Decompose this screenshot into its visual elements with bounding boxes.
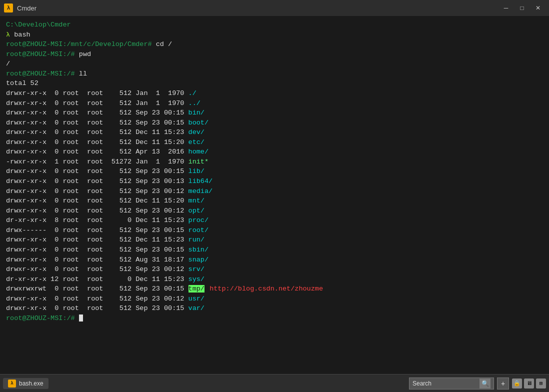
app-icon: λ bbox=[4, 4, 13, 12]
taskbar-app-item[interactable]: λ bash.exe bbox=[3, 378, 48, 389]
ls-row-home: drwxr-xr-x 0 root root 512 Apr 13 2016 h… bbox=[6, 147, 543, 157]
ls-row-opt: drwxr-xr-x 0 root root 512 Sep 23 00:12 … bbox=[6, 206, 543, 216]
ls-row-proc: dr-xr-xr-x 8 root root 0 Dec 11 15:23 pr… bbox=[6, 216, 543, 226]
taskbar-app-icon: λ bbox=[8, 380, 16, 388]
ls-row-usr: drwxr-xr-x 0 root root 512 Sep 23 00:12 … bbox=[6, 294, 543, 304]
ls-row-var: drwxr-xr-x 0 root root 512 Sep 23 00:15 … bbox=[6, 304, 543, 314]
titlebar-left: λ Cmder bbox=[4, 4, 36, 12]
total-line: total 52 bbox=[6, 78, 543, 88]
titlebar: λ Cmder ─ □ ✕ bbox=[0, 0, 549, 16]
pwd-output: / bbox=[6, 59, 543, 69]
monitor-icon: 🖥 bbox=[524, 378, 534, 388]
terminal-output: C:\Develop\Cmder λ bash root@ZHOUZ-MSI:/… bbox=[0, 16, 549, 374]
search-box[interactable]: 🔍 bbox=[409, 378, 494, 390]
window-controls: ─ □ ✕ bbox=[499, 3, 545, 13]
taskbar-icon-label: λ bbox=[10, 381, 13, 386]
minimize-button[interactable]: ─ bbox=[499, 3, 513, 13]
taskbar-app-label: bash.exe bbox=[19, 380, 44, 387]
cd-cmd-line: root@ZHOUZ-MSI:/mnt/c/Develop/Cmder# cd … bbox=[6, 40, 543, 50]
add-tab-button[interactable]: + bbox=[497, 378, 509, 390]
ls-row-mnt: drwxr-xr-x 0 root root 512 Dec 11 15:20 … bbox=[6, 196, 543, 206]
ls-row-run: drwxr-xr-x 0 root root 512 Dec 11 15:23 … bbox=[6, 235, 543, 245]
search-button[interactable]: 🔍 bbox=[480, 378, 490, 388]
ls-row-bin: drwxr-xr-x 0 root root 512 Sep 23 00:15 … bbox=[6, 108, 543, 118]
ls-row-boot: drwxr-xr-x 0 root root 512 Sep 23 00:15 … bbox=[6, 118, 543, 128]
app-icon-label: λ bbox=[7, 5, 10, 11]
system-tray: 🔒 🖥 ⊞ bbox=[512, 378, 546, 388]
ll-cmd-line: root@ZHOUZ-MSI:/# ll bbox=[6, 69, 543, 79]
close-button[interactable]: ✕ bbox=[531, 3, 545, 13]
taskbar-right: 🔍 + 🔒 🖥 ⊞ bbox=[409, 378, 546, 390]
ls-row-snap: drwxr-xr-x 0 root root 512 Aug 31 18:17 … bbox=[6, 255, 543, 265]
maximize-button[interactable]: □ bbox=[515, 3, 529, 13]
ls-row-sys: dr-xr-xr-x 12 root root 0 Dec 11 15:23 s… bbox=[6, 274, 543, 284]
window-title: Cmder bbox=[17, 4, 36, 12]
final-prompt-line: root@ZHOUZ-MSI:/# bbox=[6, 314, 543, 324]
ls-row-dot: drwxr-xr-x 0 root root 512 Jan 1 1970 ./ bbox=[6, 88, 543, 98]
ls-row-dev: drwxr-xr-x 0 root root 512 Dec 11 15:23 … bbox=[6, 128, 543, 138]
ls-row-lib64: drwxr-xr-x 0 root root 512 Sep 23 00:13 … bbox=[6, 176, 543, 186]
taskbar: λ bash.exe 🔍 + 🔒 🖥 ⊞ bbox=[0, 374, 549, 392]
search-input[interactable] bbox=[412, 380, 478, 387]
taskbar-left: λ bash.exe bbox=[3, 378, 48, 389]
ls-row-init: -rwxr-xr-x 1 root root 51272 Jan 1 1970 … bbox=[6, 157, 543, 167]
ls-row-lib: drwxr-xr-x 0 root root 512 Sep 23 00:15 … bbox=[6, 166, 543, 176]
bash-cmd-line: λ bash bbox=[6, 30, 543, 40]
ls-row-tmp: drwxrwxrwt 0 root root 512 Sep 23 00:15 … bbox=[6, 284, 543, 294]
grid-icon: ⊞ bbox=[536, 378, 546, 388]
ls-row-sbin: drwxr-xr-x 0 root root 512 Sep 23 00:15 … bbox=[6, 245, 543, 255]
pwd-cmd-line: root@ZHOUZ-MSI:/# pwd bbox=[6, 50, 543, 60]
ls-row-dotdot: drwxr-xr-x 0 root root 512 Jan 1 1970 ..… bbox=[6, 98, 543, 108]
ls-row-etc: drwxr-xr-x 0 root root 512 Dec 11 15:20 … bbox=[6, 138, 543, 148]
ls-row-media: drwxr-xr-x 0 root root 512 Sep 23 00:12 … bbox=[6, 186, 543, 196]
ls-row-srv: drwxr-xr-x 0 root root 512 Sep 23 00:12 … bbox=[6, 264, 543, 274]
lock-icon: 🔒 bbox=[512, 378, 522, 388]
prompt-path-line: C:\Develop\Cmder bbox=[6, 20, 543, 30]
ls-row-root: drwx------ 0 root root 512 Sep 23 00:15 … bbox=[6, 226, 543, 236]
